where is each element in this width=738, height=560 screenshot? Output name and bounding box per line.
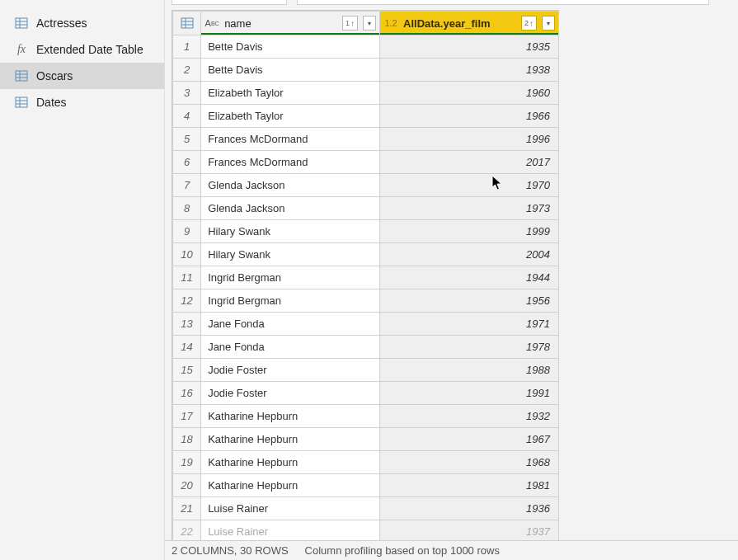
cell-name[interactable]: Katharine Hepburn [201, 428, 380, 451]
cell-year[interactable]: 1991 [380, 382, 559, 405]
table-row[interactable]: 19Katharine Hepburn1968 [173, 451, 559, 474]
row-number-cell[interactable]: 2 [173, 59, 201, 82]
row-number-cell[interactable]: 5 [173, 128, 201, 151]
table-row[interactable]: 3Elizabeth Taylor1960 [173, 82, 559, 105]
column-filter-button[interactable]: ▾ [542, 16, 555, 31]
row-number-cell[interactable]: 10 [173, 243, 201, 266]
row-number-cell[interactable]: 20 [173, 474, 201, 497]
cell-year[interactable]: 1988 [380, 359, 559, 382]
cell-name[interactable]: Jane Fonda [201, 313, 380, 336]
cell-name[interactable]: Bette Davis [201, 59, 380, 82]
row-number-cell[interactable]: 15 [173, 359, 201, 382]
table-row[interactable]: 14Jane Fonda1978 [173, 336, 559, 359]
cell-name[interactable]: Hilary Swank [201, 243, 380, 266]
cell-year[interactable]: 1936 [380, 497, 559, 520]
column-header-name[interactable]: ABC name 1 ▾ [201, 12, 380, 35]
cell-name[interactable]: Katharine Hepburn [201, 474, 380, 497]
cell-year[interactable]: 1999 [380, 220, 559, 243]
cell-year[interactable]: 1970 [380, 174, 559, 197]
table-row[interactable]: 1Bette Davis1935 [173, 35, 559, 59]
cell-year[interactable]: 1935 [380, 35, 559, 59]
table-row[interactable]: 15Jodie Foster1988 [173, 359, 559, 382]
cell-year[interactable]: 1971 [380, 313, 559, 336]
cell-name[interactable]: Ingrid Bergman [201, 266, 380, 289]
sidebar-item-oscars[interactable]: Oscars [0, 63, 164, 89]
table-icon [15, 96, 28, 109]
cell-year[interactable]: 1968 [380, 451, 559, 474]
cell-name[interactable]: Hilary Swank [201, 220, 380, 243]
svg-rect-12 [181, 18, 193, 28]
cell-name[interactable]: Elizabeth Taylor [201, 105, 380, 128]
row-number-cell[interactable]: 18 [173, 428, 201, 451]
table-row[interactable]: 9Hilary Swank1999 [173, 220, 559, 243]
cell-year[interactable]: 1967 [380, 428, 559, 451]
row-number-cell[interactable]: 4 [173, 105, 201, 128]
column-header-year[interactable]: 1.2 AllData.year_film 2 ▾ [380, 12, 559, 35]
formula-name-box[interactable] [172, 0, 287, 5]
cell-name[interactable]: Luise Rainer [201, 497, 380, 520]
table-row[interactable]: 12Ingrid Bergman1956 [173, 289, 559, 313]
sort-indicator[interactable]: 2 [521, 16, 537, 31]
row-number-cell[interactable]: 11 [173, 266, 201, 289]
row-number-cell[interactable]: 16 [173, 382, 201, 405]
row-number-cell[interactable]: 13 [173, 313, 201, 336]
cell-name[interactable]: Jodie Foster [201, 382, 380, 405]
cell-year[interactable]: 2017 [380, 151, 559, 174]
sidebar-item-extended-date-table[interactable]: fxExtended Date Table [0, 36, 164, 63]
row-number-cell[interactable]: 8 [173, 197, 201, 220]
row-number-cell[interactable]: 19 [173, 451, 201, 474]
table-row[interactable]: 18Katharine Hepburn1967 [173, 428, 559, 451]
cell-year[interactable]: 1996 [380, 128, 559, 151]
cell-year[interactable]: 1966 [380, 105, 559, 128]
cell-name[interactable]: Glenda Jackson [201, 197, 380, 220]
table-row[interactable]: 16Jodie Foster1991 [173, 382, 559, 405]
cell-year[interactable]: 1932 [380, 405, 559, 428]
cell-year[interactable]: 2004 [380, 243, 559, 266]
sidebar-item-actresses[interactable]: Actresses [0, 10, 164, 36]
cell-name[interactable]: Frances McDormand [201, 151, 380, 174]
cell-name[interactable]: Elizabeth Taylor [201, 82, 380, 105]
cell-name[interactable]: Frances McDormand [201, 128, 380, 151]
sort-indicator[interactable]: 1 [342, 16, 358, 31]
cell-name[interactable]: Jodie Foster [201, 359, 380, 382]
table-row[interactable]: 6Frances McDormand2017 [173, 151, 559, 174]
table-row[interactable]: 5Frances McDormand1996 [173, 128, 559, 151]
table-row[interactable]: 17Katharine Hepburn1932 [173, 405, 559, 428]
row-number-cell[interactable]: 12 [173, 289, 201, 313]
cell-name[interactable]: Ingrid Bergman [201, 289, 380, 313]
cell-year[interactable]: 1960 [380, 82, 559, 105]
table-row[interactable]: 11Ingrid Bergman1944 [173, 266, 559, 289]
row-number-cell[interactable]: 21 [173, 497, 201, 520]
table-row[interactable]: 8Glenda Jackson1973 [173, 197, 559, 220]
table-row[interactable]: 7Glenda Jackson1970 [173, 174, 559, 197]
cell-year[interactable]: 1981 [380, 474, 559, 497]
row-number-cell[interactable]: 9 [173, 220, 201, 243]
table-row[interactable]: 21Luise Rainer1936 [173, 497, 559, 520]
sidebar-item-dates[interactable]: Dates [0, 89, 164, 115]
cell-year[interactable]: 1956 [380, 289, 559, 313]
cell-year[interactable]: 1944 [380, 266, 559, 289]
table-row[interactable]: 13Jane Fonda1971 [173, 313, 559, 336]
row-number-cell[interactable]: 6 [173, 151, 201, 174]
table-row[interactable]: 10Hilary Swank2004 [173, 243, 559, 266]
cell-year[interactable]: 1973 [380, 197, 559, 220]
table-row[interactable]: 20Katharine Hepburn1981 [173, 474, 559, 497]
row-number-cell[interactable]: 17 [173, 405, 201, 428]
cell-name[interactable]: Katharine Hepburn [201, 451, 380, 474]
cell-name[interactable]: Jane Fonda [201, 336, 380, 359]
row-number-header[interactable] [173, 12, 201, 35]
formula-bar[interactable] [297, 0, 709, 5]
row-number-cell[interactable]: 3 [173, 82, 201, 105]
column-filter-button[interactable]: ▾ [363, 16, 376, 31]
cell-year[interactable]: 1938 [380, 59, 559, 82]
row-number-cell[interactable]: 1 [173, 35, 201, 59]
cell-year[interactable]: 1978 [380, 336, 559, 359]
row-number-cell[interactable]: 7 [173, 174, 201, 197]
cell-name[interactable]: Bette Davis [201, 35, 380, 59]
table-row[interactable]: 4Elizabeth Taylor1966 [173, 105, 559, 128]
table-row[interactable]: 2Bette Davis1938 [173, 59, 559, 82]
row-number-cell[interactable]: 14 [173, 336, 201, 359]
cell-name[interactable]: Katharine Hepburn [201, 405, 380, 428]
cell-name[interactable]: Glenda Jackson [201, 174, 380, 197]
status-profiling: Column profiling based on top 1000 rows [305, 544, 500, 557]
